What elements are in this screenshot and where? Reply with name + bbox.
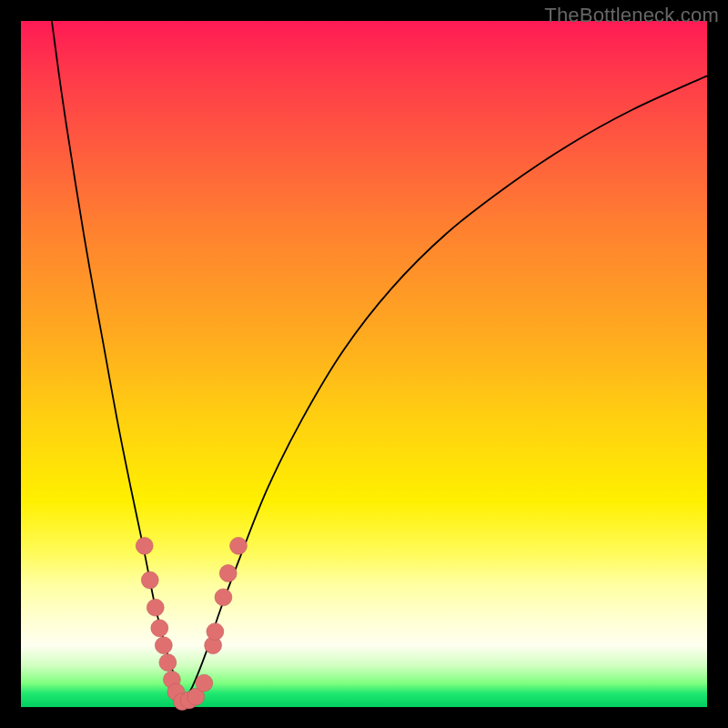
- watermark-text: TheBottleneck.com: [544, 4, 719, 27]
- curve-right-branch: [182, 76, 707, 703]
- data-marker: [215, 589, 232, 606]
- marker-group: [136, 537, 247, 710]
- data-marker: [147, 599, 164, 616]
- data-marker: [230, 537, 248, 554]
- curve-left-branch: [52, 21, 182, 703]
- plot-area: [21, 21, 707, 707]
- data-marker: [136, 537, 153, 554]
- data-marker: [219, 565, 237, 582]
- data-marker: [151, 620, 168, 637]
- data-marker: [207, 623, 224, 641]
- chart-svg: [21, 21, 707, 707]
- data-marker: [159, 654, 177, 672]
- outer-frame: TheBottleneck.com: [0, 0, 728, 728]
- data-marker: [196, 674, 213, 692]
- data-marker: [141, 571, 158, 589]
- data-marker: [155, 637, 172, 654]
